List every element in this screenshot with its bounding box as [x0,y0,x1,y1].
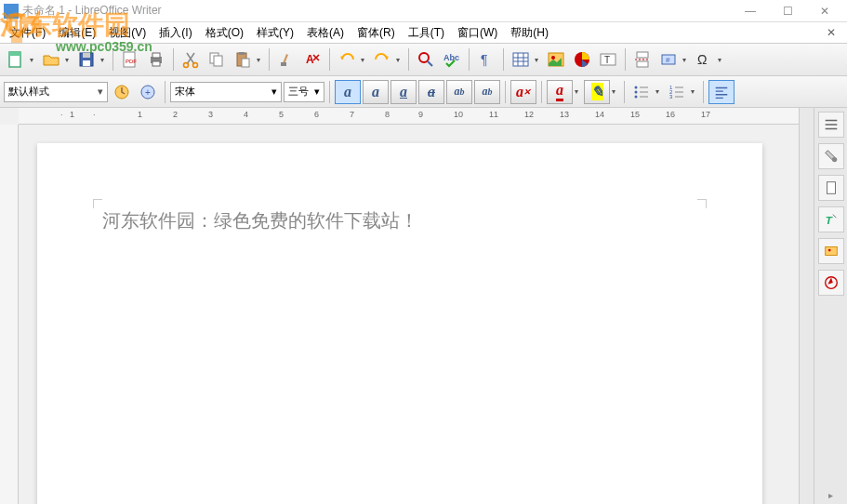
redo-dropdown-icon[interactable]: ▾ [396,56,404,64]
paste-button[interactable] [231,47,255,72]
maximize-button[interactable]: ☐ [769,2,806,20]
menu-form[interactable]: 窗体(R) [351,23,401,43]
open-button[interactable] [39,47,63,72]
paragraph-style-combo[interactable]: 默认样式 ▾ [4,82,108,102]
new-dropdown-icon[interactable]: ▾ [30,56,37,64]
content-area: · 1 · 1 2 3 4 5 6 7 8 9 10 11 12 13 14 1… [0,108,847,504]
table-dropdown-icon[interactable]: ▾ [535,56,542,64]
field-dropdown-icon[interactable]: ▾ [682,56,690,64]
page-button[interactable] [818,175,844,201]
cut-button[interactable] [179,47,203,72]
clear-formatting-button-2[interactable]: a✕ [510,80,536,104]
insert-page-break-button[interactable] [630,47,655,72]
menu-tools[interactable]: 工具(T) [403,23,450,43]
svg-rect-44 [827,182,835,194]
new-button[interactable] [4,47,28,72]
special-char-dropdown-icon[interactable]: ▾ [718,56,725,64]
watermark-logo [4,6,46,48]
undo-dropdown-icon[interactable]: ▾ [361,56,368,64]
formatting-marks-button[interactable]: ¶ [474,47,498,72]
find-replace-button[interactable] [414,47,438,72]
svg-rect-16 [239,52,245,55]
svg-rect-17 [242,59,249,67]
menu-help[interactable]: 帮助(H) [505,23,554,43]
vertical-scrollbar[interactable] [799,108,814,504]
minimize-button[interactable]: — [732,2,769,20]
svg-rect-2 [9,52,20,56]
svg-rect-29 [637,52,648,58]
font-name-combo[interactable]: 宋体 ▾ [170,82,282,102]
svg-rect-5 [83,60,90,66]
standard-toolbar: ▾ ▾ ▾ PDF ▾ A ▾ ▾ Abc ¶ ▾ T # ▾ Ω ▾ [0,43,847,76]
sidebar-collapse-icon[interactable]: ▸ [825,486,837,504]
print-button[interactable] [144,47,168,72]
highlight-button[interactable]: ✎ [584,80,610,104]
update-style-button[interactable] [110,80,134,104]
svg-point-25 [551,56,555,60]
svg-rect-10 [152,61,160,66]
sidebar: T ▸ [814,108,847,504]
new-style-button[interactable]: + [136,80,160,104]
menu-format[interactable]: 格式(O) [200,23,249,43]
clone-formatting-button[interactable] [274,47,298,72]
undo-button[interactable] [335,47,359,72]
copy-button[interactable] [205,47,229,72]
page-scroll-area[interactable]: 河东软件园：绿色免费的软件下载站！ [0,125,799,504]
clear-formatting-button[interactable]: A [300,47,324,72]
export-pdf-button[interactable]: PDF [118,47,142,72]
insert-table-button[interactable] [509,47,533,72]
titlebar: 未命名 1 - LibreOffice Writer — ☐ ✕ [0,0,847,22]
font-color-dropdown-icon[interactable]: ▾ [575,87,582,96]
save-button[interactable] [74,47,99,72]
svg-text:+: + [145,87,151,98]
svg-text:Ω: Ω [697,52,707,67]
menu-view[interactable]: 视图(V) [103,23,152,43]
sidebar-settings-button[interactable] [818,112,844,138]
number-dropdown-icon[interactable]: ▾ [691,87,698,96]
svg-rect-46 [825,247,837,256]
insert-image-button[interactable] [544,47,568,72]
bullet-list-button[interactable] [629,80,654,104]
open-dropdown-icon[interactable]: ▾ [65,56,73,64]
italic-button[interactable]: a [363,80,389,104]
menu-edit[interactable]: 编辑(E) [53,23,101,43]
font-color-button[interactable]: a [547,80,573,104]
gallery-button[interactable] [818,238,844,264]
svg-text:PDF: PDF [126,59,137,64]
insert-special-char-button[interactable]: Ω [692,47,716,72]
bold-button[interactable]: a [335,80,361,104]
menu-window[interactable]: 窗口(W) [452,23,503,43]
close-document-button[interactable]: ✕ [819,26,843,39]
styles-button[interactable]: T [818,206,844,232]
insert-chart-button[interactable] [570,47,594,72]
menu-insert[interactable]: 插入(I) [153,23,197,43]
highlight-dropdown-icon[interactable]: ▾ [612,87,619,96]
properties-button[interactable] [818,143,844,169]
bullet-dropdown-icon[interactable]: ▾ [655,87,663,96]
superscript-button[interactable]: ab [446,80,472,104]
spellcheck-button[interactable]: Abc [440,47,464,72]
close-button[interactable]: ✕ [806,2,843,20]
insert-field-button[interactable]: # [656,47,681,72]
document-text[interactable]: 河东软件园：绿色免费的软件下载站！ [102,208,697,233]
align-left-button[interactable] [708,80,735,104]
margin-marker-tl [93,199,102,208]
subscript-button[interactable]: ab [474,80,500,104]
navigator-button[interactable] [818,270,844,296]
insert-textbox-button[interactable]: T [596,47,620,72]
document-page[interactable]: 河东软件园：绿色免费的软件下载站！ [37,143,762,504]
svg-point-43 [831,157,836,162]
chevron-down-icon: ▾ [98,86,103,98]
strikethrough-button[interactable]: a [418,80,444,104]
horizontal-ruler[interactable]: · 1 · 1 2 3 4 5 6 7 8 9 10 11 12 13 14 1… [19,108,799,125]
redo-button[interactable] [370,47,394,72]
svg-point-11 [184,63,189,68]
underline-button[interactable]: a [390,80,417,104]
menu-table[interactable]: 表格(A) [301,23,350,43]
save-dropdown-icon[interactable]: ▾ [100,56,108,64]
font-size-combo[interactable]: 三号 ▾ [284,82,324,102]
number-list-button[interactable]: 123 [665,80,689,104]
paste-dropdown-icon[interactable]: ▾ [257,56,264,64]
menu-styles[interactable]: 样式(Y) [251,23,299,43]
svg-text:T: T [604,55,610,65]
